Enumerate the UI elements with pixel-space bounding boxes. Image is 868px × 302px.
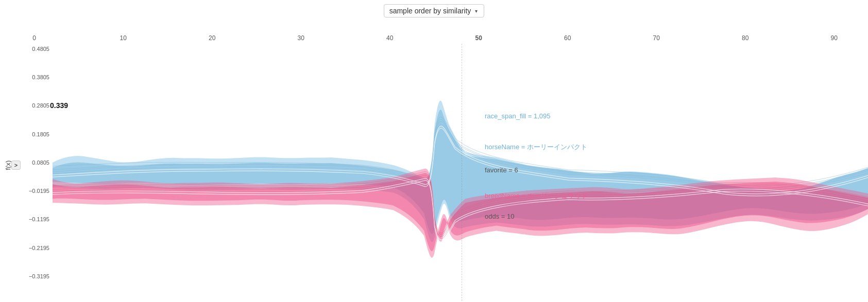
chart-area: f(x) > 0102030405060708090 0.48050.38050… [0, 28, 868, 302]
chart-svg [53, 44, 868, 302]
y-tick: −0.2195 [29, 245, 49, 251]
y-tick: −0.1195 [29, 216, 49, 222]
y-axis-ticks: 0.48050.38050.28050.18050.0805−0.0195−0.… [22, 44, 53, 302]
top-bar: sample order by similarity ▾ [0, 4, 868, 17]
x-tick: 60 [564, 34, 571, 42]
x-tick: 70 [653, 34, 660, 42]
dropdown-label: sample order by similarity [389, 7, 471, 15]
x-tick: 50 [475, 34, 482, 42]
x-tick: 20 [209, 34, 215, 42]
y-tick: −0.3195 [29, 273, 49, 279]
y-tick: 0.4805 [32, 46, 49, 52]
chart-inner: 0102030405060708090 0.48050.38050.28050.… [22, 28, 868, 302]
y-axis-label: f(x) [4, 161, 12, 170]
y-tick: 0.3805 [32, 74, 49, 80]
sample-order-dropdown[interactable]: sample order by similarity ▾ [384, 4, 485, 17]
x-tick: 30 [298, 34, 304, 42]
expand-button[interactable]: > [11, 161, 21, 170]
y-tick: 0.1805 [32, 131, 49, 137]
x-axis: 0102030405060708090 [22, 28, 868, 44]
y-tick: −0.0195 [29, 188, 49, 194]
chevron-down-icon: ▾ [475, 8, 478, 14]
y-tick: 0.2805 [32, 102, 49, 109]
y-tick: 0.0805 [32, 159, 49, 166]
chart-plot: race_span_fill = 1,095horseName = ホーリーイン… [53, 44, 868, 302]
x-tick: 80 [742, 34, 748, 42]
x-tick: 0 [32, 34, 36, 42]
x-tick: 90 [831, 34, 838, 42]
x-tick: 10 [120, 34, 126, 42]
x-tick: 40 [386, 34, 393, 42]
expand-icon: > [14, 162, 18, 168]
